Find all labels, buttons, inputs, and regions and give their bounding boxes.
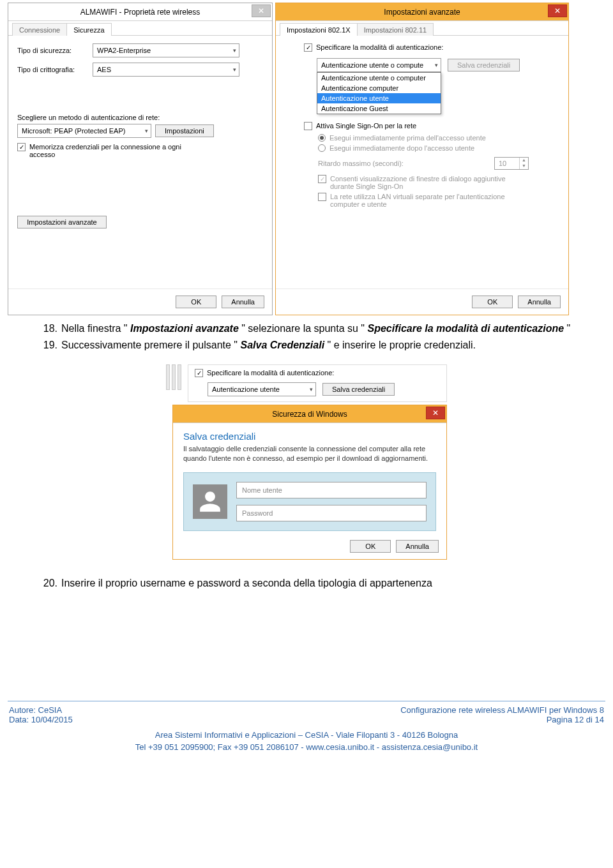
sso-after-radio: Esegui immediatamente dopo l'accesso ute… [318, 144, 559, 152]
dropdown-option[interactable]: Autenticazione computer [317, 83, 441, 93]
footer-page: Pagina 12 di 14 [400, 715, 604, 724]
mid-screenshot: ✓ Specificare la modalità di autenticazi… [0, 361, 613, 570]
spinner-arrows-icon: ▲▼ [519, 158, 528, 169]
dialog-button-row: OK Annulla [8, 288, 272, 315]
dialog-title: ALMAWIFI - Proprietà rete wireless [80, 8, 201, 17]
ok-button[interactable]: OK [472, 296, 513, 308]
sso-before-radio: Esegui immediatamente prima dell'accesso… [318, 134, 559, 142]
specify-auth-mode-checkbox[interactable]: ✓ Specificare la modalità di autenticazi… [195, 369, 440, 377]
wireless-properties-dialog: ALMAWIFI - Proprietà rete wireless ✕ Con… [8, 3, 273, 315]
dialog-titlebar: Impostazioni avanzate ✕ [276, 3, 568, 21]
tab-8021x[interactable]: Impostazioni 802.1X [280, 23, 358, 36]
credentials-box: Nome utente Password [183, 472, 436, 531]
dialog-title: Impostazioni avanzate [384, 8, 460, 17]
advanced-settings-dialog: Impostazioni avanzate ✕ Impostazioni 802… [275, 3, 569, 315]
dropdown-option[interactable]: Autenticazione utente [317, 93, 441, 103]
separate-vlan-checkbox: La rete utilizza LAN virtuali separate p… [318, 193, 559, 208]
windows-security-dialog: Sicurezza di Windows ✕ Salva credenziali… [172, 405, 447, 560]
dialog-button-row: OK Annulla [276, 288, 568, 315]
ok-button[interactable]: OK [350, 540, 391, 553]
auth-mode-select[interactable]: Autenticazione utente o compute ▾ [317, 58, 441, 72]
footer-author: Autore: CeSIA [9, 705, 73, 715]
remember-credentials-checkbox[interactable]: ✓ Memorizza credenziali per la connessio… [17, 143, 263, 158]
dropdown-option[interactable]: Autenticazione utente o computer [317, 73, 441, 83]
checkbox-icon [318, 193, 326, 201]
footer-doc-title: Configurazione rete wireless ALMAWIFI pe… [400, 705, 604, 715]
encryption-type-label: Tipo di crittografia: [17, 66, 87, 73]
chevron-down-icon: ▾ [233, 47, 236, 54]
auth-method-label: Scegliere un metodo di autenticazione di… [17, 114, 263, 121]
specify-auth-mode-checkbox[interactable]: ✓ Specificare la modalità di autenticazi… [304, 43, 559, 52]
chevron-down-icon: ▾ [310, 386, 313, 393]
step-text: Inserire il proprio username e password … [61, 576, 587, 590]
radio-icon [318, 134, 326, 142]
ok-button[interactable]: OK [176, 296, 216, 308]
dialogs-row: ALMAWIFI - Proprietà rete wireless ✕ Con… [0, 0, 613, 315]
checkbox-icon [304, 122, 312, 130]
credentials-blurb: Il salvataggio delle credenziali consent… [183, 444, 436, 463]
sso-options: Esegui immediatamente prima dell'accesso… [318, 134, 559, 208]
password-input[interactable]: Password [236, 505, 427, 521]
checkbox-icon: ✓ [195, 369, 203, 377]
dropdown-option[interactable]: Autenticazione Guest [317, 103, 441, 114]
step-number: 18. [38, 322, 61, 336]
footer-separator [8, 701, 605, 701]
checkbox-icon: ✓ [304, 43, 312, 52]
tab-80211[interactable]: Impostazioni 802.11 [357, 23, 434, 36]
tabbar: Connessione Sicurezza [8, 21, 272, 36]
delay-label: Ritardo massimo (secondi): [318, 160, 404, 167]
delay-spinner: 10 ▲▼ [494, 157, 529, 170]
save-credentials-button[interactable]: Salva credenziali [322, 383, 395, 396]
dialog-body: ✓ Specificare la modalità di autenticazi… [276, 36, 568, 288]
dialog-title: Sicurezza di Windows [272, 410, 347, 419]
instructions-block: 20. Inserire il proprio username e passw… [0, 570, 613, 599]
advanced-settings-button[interactable]: Impostazioni avanzate [17, 216, 107, 228]
tabbar: Impostazioni 802.1X Impostazioni 802.11 [276, 21, 568, 36]
credentials-heading: Salva credenziali [183, 431, 436, 442]
cancel-button[interactable]: Annulla [396, 540, 439, 553]
auth-mode-select[interactable]: Autenticazione utente ▾ [208, 382, 316, 396]
allow-extra-dialogs-checkbox: ✓ Consenti visualizzazione di finestre d… [318, 175, 559, 190]
dialog-button-row: OK Annulla [173, 536, 446, 559]
advanced-snippet: ✓ Specificare la modalità di autenticazi… [188, 364, 447, 402]
dialog-body: Tipo di sicurezza: WPA2-Enterprise ▾ Tip… [8, 36, 272, 288]
checkbox-icon: ✓ [17, 143, 26, 151]
chevron-down-icon: ▾ [145, 128, 148, 134]
chevron-down-icon: ▾ [435, 62, 438, 68]
enable-sso-checkbox[interactable]: Attiva Single Sign-On per la rete [304, 122, 559, 130]
encryption-type-select[interactable]: AES ▾ [93, 63, 239, 77]
security-type-select[interactable]: WPA2-Enterprise ▾ [93, 43, 239, 57]
settings-button[interactable]: Impostazioni [155, 124, 214, 137]
close-icon[interactable]: ✕ [426, 407, 445, 419]
radio-icon [318, 144, 326, 152]
step-number: 20. [38, 576, 61, 590]
dialog-titlebar: ALMAWIFI - Proprietà rete wireless ✕ [8, 3, 272, 21]
tab-connection[interactable]: Connessione [12, 23, 67, 36]
cancel-button[interactable]: Annulla [518, 296, 561, 308]
tab-security[interactable]: Sicurezza [66, 23, 111, 36]
close-icon[interactable]: ✕ [252, 4, 271, 17]
save-credentials-button[interactable]: Salva credenziali [448, 59, 520, 71]
step-number: 19. [38, 338, 61, 352]
footer-date: Data: 10/04/2015 [9, 715, 73, 724]
dialog-body: Salva credenziali Il salvataggio delle c… [173, 423, 446, 536]
auth-mode-dropdown-list[interactable]: Autenticazione utente o computer Autenti… [317, 72, 441, 114]
step-text: Successivamente premere il pulsante " Sa… [61, 338, 587, 352]
username-input[interactable]: Nome utente [236, 482, 427, 498]
decorative-bars [166, 364, 185, 390]
step-text: Nella finestra " Impostazioni avanzate "… [61, 322, 587, 336]
dialog-titlebar: Sicurezza di Windows ✕ [173, 405, 446, 423]
footer-contact: Tel +39 051 2095900; Fax +39 051 2086107… [9, 742, 604, 753]
chevron-down-icon: ▾ [233, 66, 236, 73]
checkbox-icon: ✓ [318, 175, 326, 183]
close-icon[interactable]: ✕ [548, 4, 567, 17]
user-avatar-icon [193, 484, 227, 519]
instructions-block: 18. Nella finestra " Impostazioni avanza… [0, 315, 613, 361]
page-footer: Autore: CeSIA Data: 10/04/2015 Configura… [0, 704, 613, 760]
cancel-button[interactable]: Annulla [222, 296, 264, 308]
auth-method-select[interactable]: Microsoft: PEAP (Protected EAP) ▾ [17, 124, 151, 138]
footer-address: Area Sistemi Informativi e Applicazioni … [9, 730, 604, 741]
security-type-label: Tipo di sicurezza: [17, 47, 87, 54]
